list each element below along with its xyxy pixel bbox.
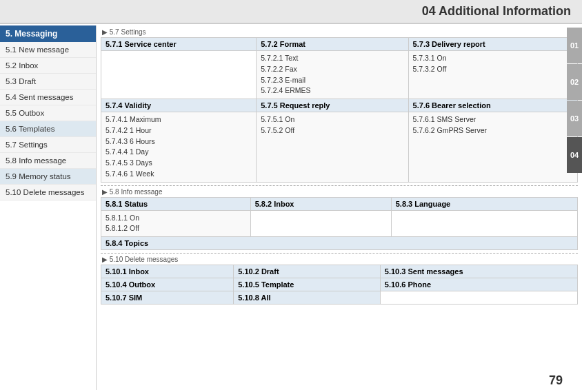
left-menu-item-58[interactable]: 5.8 Info message [0,153,96,169]
cell-5108: 5.10.8 All [234,291,381,305]
left-menu-item-51[interactable]: 5.1 New message [0,42,96,58]
table-row: 5.7.4 Validity 5.7.5 Request reply 5.7.6… [101,99,578,112]
page-number: 79 [549,373,563,388]
side-tabs: 01 02 03 04 [567,28,582,174]
section-57-label: ▶ 5.7 Settings [101,28,578,36]
table-row: 5.7.2.1 Text5.7.2.2 Fax5.7.2.3 E-mail5.7… [101,51,578,99]
cell-573-sub: 5.7.3.1 On5.7.3.2 Off [408,51,577,99]
left-menu: 5. Messaging 5.1 New message 5.2 Inbox 5… [0,25,97,390]
table-row: 5.8.4 Topics [101,237,578,250]
cell-5104: 5.10.4 Outbox [101,278,234,291]
cell-572: 5.7.2 Format [257,38,408,51]
cell-5101: 5.10.1 Inbox [101,265,234,278]
cell-5107: 5.10.7 SIM [101,291,234,305]
table-row: 5.10.4 Outbox 5.10.5 Template 5.10.6 Pho… [101,278,578,291]
left-menu-item-53[interactable]: 5.3 Draft [0,74,96,90]
table-row: 5.7.4.1 Maximum5.7.4.2 1 Hour5.7.4.3 6 H… [101,112,578,183]
cell-574-sub: 5.7.4.1 Maximum5.7.4.2 1 Hour5.7.4.3 6 H… [101,112,257,183]
left-menu-item-57[interactable]: 5.7 Settings [0,137,96,153]
cell-582-empty [250,210,391,237]
cell-584: 5.8.4 Topics [101,237,578,250]
side-tab-02[interactable]: 02 [567,64,582,100]
section-510-label: ▶ 5.10 Delete messages [101,256,578,263]
left-menu-item-56[interactable]: 5.6 Templates [0,121,96,137]
cell-5103: 5.10.3 Sent messages [380,265,577,278]
left-menu-item-510[interactable]: 5.10 Delete messages [0,185,96,200]
cell-582: 5.8.2 Inbox [250,197,391,210]
cell-583-empty [391,210,577,237]
left-menu-header: 5. Messaging [0,25,96,42]
separator-2 [101,253,578,254]
left-menu-item-55[interactable]: 5.5 Outbox [0,105,96,121]
cell-5106: 5.10.6 Phone [380,278,577,291]
section-58-table: 5.8.1 Status 5.8.2 Inbox 5.8.3 Language … [101,197,578,251]
side-tab-01[interactable]: 01 [567,28,582,63]
cell-576-sub: 5.7.6.1 SMS Server5.7.6.2 GmPRS Server [408,112,577,183]
left-menu-item-52[interactable]: 5.2 Inbox [0,58,96,74]
cell-573: 5.7.3 Delivery report [408,38,577,51]
separator-1 [101,185,578,186]
section-58-label: ▶ 5.8 Info message [101,188,578,196]
cell-583: 5.8.3 Language [391,197,577,210]
page-header: 04 Additional Information [0,0,582,24]
cell-5105: 5.10.5 Template [234,278,381,291]
cell-575: 5.7.5 Request reply [257,99,408,112]
cell-5102: 5.10.2 Draft [234,265,381,278]
table-row: 5.8.1.1 On5.8.1.2 Off [101,210,578,237]
cell-572-sub: 5.7.2.1 Text5.7.2.2 Fax5.7.2.3 E-mail5.7… [257,51,408,99]
cell-510-empty [380,291,577,305]
side-tab-04[interactable]: 04 [567,137,582,173]
table-row: 5.10.1 Inbox 5.10.2 Draft 5.10.3 Sent me… [101,265,578,278]
main-content: 5. Messaging 5.1 New message 5.2 Inbox 5… [0,25,582,390]
page-title: 04 Additional Information [422,4,571,18]
right-panel: ▶ 5.7 Settings 5.7.1 Service center 5.7.… [97,25,582,390]
left-menu-item-54[interactable]: 5.4 Sent messages [0,90,96,105]
table-row: 5.7.1 Service center 5.7.2 Format 5.7.3 … [101,38,578,51]
cell-581: 5.8.1 Status [101,197,251,210]
left-menu-item-59[interactable]: 5.9 Memory status [0,169,96,185]
section-57-table: 5.7.1 Service center 5.7.2 Format 5.7.3 … [101,37,578,183]
cell-574: 5.7.4 Validity [101,99,257,112]
cell-575-sub: 5.7.5.1 On5.7.5.2 Off [257,112,408,183]
section-510-table: 5.10.1 Inbox 5.10.2 Draft 5.10.3 Sent me… [101,265,578,305]
table-row: 5.10.7 SIM 5.10.8 All [101,291,578,305]
cell-581-sub: 5.8.1.1 On5.8.1.2 Off [101,210,251,237]
cell-571: 5.7.1 Service center [101,38,257,51]
side-tab-03[interactable]: 03 [567,101,582,136]
cell-571-empty [101,51,257,99]
cell-576: 5.7.6 Bearer selection [408,99,577,112]
table-row: 5.8.1 Status 5.8.2 Inbox 5.8.3 Language [101,197,578,210]
